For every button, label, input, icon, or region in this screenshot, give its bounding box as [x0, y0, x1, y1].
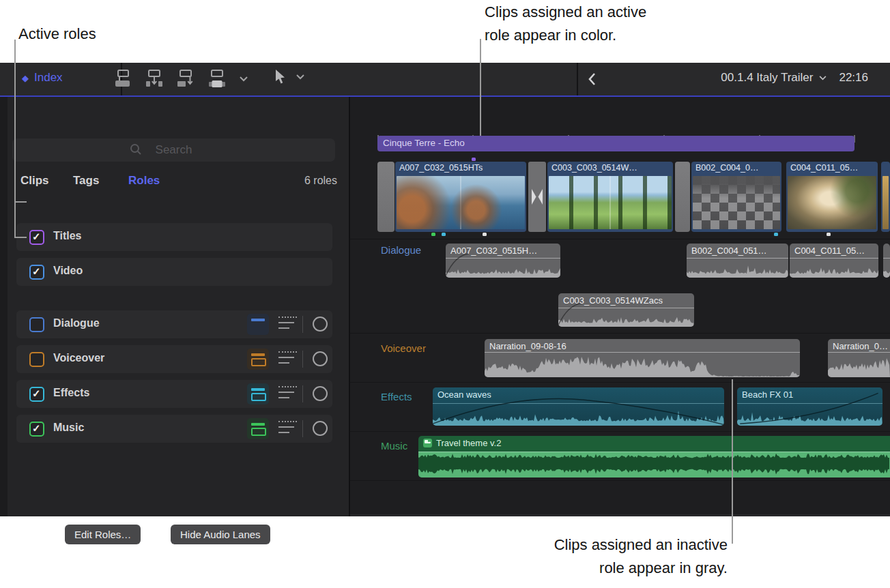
clip-name: Beach FX 01 — [737, 387, 882, 402]
audio-clip-dialogue-c003[interactable]: C003_C003_0514WZacs — [558, 293, 694, 327]
roles-count: 6 roles — [304, 175, 337, 187]
marker-dot-white — [483, 233, 487, 236]
video-checkbox[interactable] — [29, 265, 44, 280]
music-checkbox[interactable] — [29, 422, 44, 437]
titles-checkbox[interactable] — [29, 230, 44, 245]
timeline-back-icon[interactable] — [587, 72, 597, 87]
title-clip-cinque-terre[interactable]: Cinque Terre - Echo — [377, 136, 855, 151]
audio-clip-narration-2[interactable]: Narration_0… — [828, 339, 890, 377]
edit-roles-button[interactable]: Edit Roles… — [65, 525, 141, 544]
voiceover-focus-button[interactable] — [313, 351, 328, 366]
voiceover-checkbox[interactable] — [29, 352, 44, 367]
clip-name: C004_C011_05… — [790, 244, 878, 258]
marker-dot-green — [431, 233, 435, 236]
role-divider — [302, 351, 303, 368]
music-lane-toggle-icon[interactable] — [247, 418, 269, 439]
clip-name: Travel theme v.2 — [418, 436, 890, 450]
hide-audio-lanes-button[interactable]: Hide Audio Lanes — [171, 525, 270, 544]
waveform — [418, 452, 890, 477]
voiceover-subroles-icon[interactable] — [278, 351, 297, 366]
role-row-titles[interactable]: Titles — [16, 223, 332, 251]
connect-clip-icon[interactable] — [114, 68, 132, 89]
search-input[interactable] — [12, 138, 335, 162]
effects-lane-toggle-icon[interactable] — [247, 383, 269, 405]
audio-clip-dialogue-a007[interactable]: A007_C032_0515H… — [446, 244, 560, 278]
insert-clip-icon[interactable] — [145, 68, 163, 89]
edit-tools-chevron-icon[interactable] — [240, 76, 248, 82]
gap-clip[interactable] — [377, 162, 394, 232]
cross-dissolve-transition[interactable] — [528, 162, 546, 232]
arrow-tool-icon[interactable] — [274, 69, 287, 85]
clip-name: A007_C032_0515H… — [446, 244, 560, 258]
dialogue-subroles-icon[interactable] — [278, 317, 297, 332]
video-clip-a007[interactable]: A007_C032_0515HTs — [395, 162, 526, 232]
clip-name: Narration_0… — [828, 339, 890, 353]
project-chevron-icon — [819, 76, 827, 80]
project-duration: 22:16 — [839, 71, 868, 85]
dialogue-focus-button[interactable] — [313, 317, 328, 332]
index-button[interactable]: ◆ Index — [22, 71, 63, 85]
audio-clip-beach-fx[interactable]: Beach FX 01 — [737, 387, 882, 426]
audio-clip-dialogue-b002[interactable]: B002_C004_051… — [687, 244, 788, 278]
video-clip-c004[interactable]: C004_C011_05… — [786, 162, 878, 232]
marker-dot-cyan — [442, 233, 446, 236]
toolbar: ◆ Index — [0, 63, 890, 95]
lane-separator — [350, 480, 890, 481]
timeline-panel: 00:00:00:00 00:00:02:00 00:00:04:00 Cinq… — [350, 97, 890, 516]
clip-name: Ocean waves — [433, 387, 724, 402]
video-clip-c003[interactable]: C003_C003_0514W… — [547, 162, 673, 232]
effects-focus-button[interactable] — [313, 386, 328, 401]
annotation-active-roles: Active roles — [18, 23, 96, 46]
voiceover-lane-toggle-icon[interactable] — [247, 349, 269, 370]
role-label-music: Music — [53, 422, 84, 434]
append-clip-icon[interactable] — [177, 68, 195, 89]
voiceover-lane-label: Voiceover — [381, 342, 426, 354]
effects-subroles-icon[interactable] — [278, 386, 297, 401]
video-clip-b002[interactable]: B002_C004_0… — [691, 162, 781, 232]
tool-menu-chevron-icon[interactable] — [296, 74, 304, 80]
role-row-music[interactable]: Music — [16, 415, 332, 443]
audio-clip-narration-1[interactable]: Narration_09-08-16 — [485, 339, 800, 377]
annotation-active-clips-line2: role appear in color. — [485, 24, 616, 47]
compound-clip-badge-icon — [423, 439, 432, 447]
role-divider — [302, 316, 303, 333]
tab-clips[interactable]: Clips — [20, 174, 49, 188]
video-clip-partial[interactable] — [881, 162, 890, 232]
clip-name: C004_C011_05… — [786, 162, 878, 174]
callout-line-active-roles — [14, 40, 16, 238]
annotation-inactive-clips-line2: role appear in gray. — [599, 557, 728, 580]
tab-roles[interactable]: Roles — [128, 174, 160, 188]
effects-checkbox[interactable] — [29, 387, 44, 402]
tool-select-group — [274, 69, 304, 85]
music-focus-button[interactable] — [313, 421, 328, 436]
lane-separator — [350, 333, 890, 334]
clip-thumbnail-partial — [882, 176, 889, 229]
project-info: 00.1.4 Italy Trailer 22:16 — [721, 71, 868, 85]
role-label-titles: Titles — [53, 230, 82, 242]
tab-tags[interactable]: Tags — [73, 174, 99, 188]
music-subroles-icon[interactable] — [278, 421, 297, 436]
gap-clip[interactable] — [675, 162, 690, 232]
role-row-voiceover[interactable]: Voiceover — [16, 345, 332, 373]
final-cut-pro-window: ◆ Index — [0, 63, 890, 516]
role-row-video[interactable]: Video — [16, 258, 332, 286]
audio-clip-dialogue-partial[interactable] — [883, 244, 890, 278]
audio-clip-travel-theme[interactable]: Travel theme v.2 — [418, 436, 890, 477]
dialogue-lane-toggle-icon[interactable] — [247, 314, 269, 335]
panel-edge — [0, 97, 8, 516]
role-label-effects: Effects — [53, 387, 89, 399]
dialogue-checkbox[interactable] — [29, 317, 44, 332]
edit-tools-group — [114, 68, 248, 89]
clip-thumbnail-coast — [397, 176, 525, 229]
callout-line-active-clip — [480, 39, 481, 136]
clip-thumbnail-plaza — [693, 176, 780, 229]
waveform — [828, 352, 890, 377]
project-title-dropdown[interactable]: 00.1.4 Italy Trailer — [721, 71, 827, 85]
clip-name: Narration_09-08-16 — [485, 339, 800, 353]
audio-clip-dialogue-c004[interactable]: C004_C011_05… — [790, 244, 878, 278]
role-label-video: Video — [53, 265, 83, 277]
role-row-dialogue[interactable]: Dialogue — [16, 310, 332, 338]
role-row-effects[interactable]: Effects — [16, 380, 332, 408]
audio-clip-ocean-waves[interactable]: Ocean waves — [433, 387, 724, 426]
overwrite-clip-icon[interactable] — [208, 68, 226, 89]
